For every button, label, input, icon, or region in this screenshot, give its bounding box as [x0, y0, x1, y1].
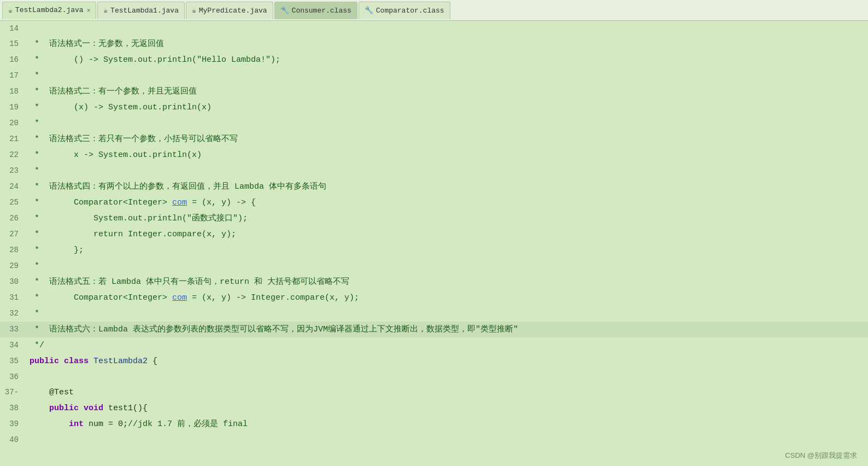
java-icon-3: ☕: [192, 6, 196, 15]
tab-consumer-class[interactable]: 🔧 Consumer.class: [274, 2, 357, 19]
tab-mypredicate[interactable]: ☕ MyPredicate.java: [186, 2, 273, 19]
line-num-40: 40: [0, 432, 27, 447]
line-num-36: 36: [0, 369, 27, 385]
line-content-32: *: [27, 306, 868, 322]
line-num-39: 39: [0, 416, 27, 432]
tab-label-3: MyPredicate.java: [199, 7, 267, 15]
line-num-32: 32: [0, 306, 27, 321]
table-row: 35 public class TestLambda2 {: [0, 353, 868, 369]
table-row: 31 * Comparator<Integer> com = (x, y) ->…: [0, 290, 868, 306]
table-row: 14: [0, 21, 868, 36]
table-row: 39 int num = 0;//jdk 1.7 前，必须是 final: [0, 416, 868, 432]
table-row: 38 public void test1(){: [0, 400, 868, 416]
line-content-23: *: [27, 164, 868, 179]
table-row: 29 *: [0, 258, 868, 274]
watermark: CSDN @别跟我提需求: [785, 451, 857, 461]
line-content-24: * 语法格式四：有两个以上的参数，有返回值，并且 Lambda 体中有多条语句: [27, 179, 868, 195]
java-icon-2: ☕: [103, 6, 108, 15]
line-content-25: * Comparator<Integer> com = (x, y) -> {: [27, 195, 868, 211]
table-row: 32 *: [0, 306, 868, 322]
table-row: 24 * 语法格式四：有两个以上的参数，有返回值，并且 Lambda 体中有多条…: [0, 179, 868, 195]
line-content-30: * 语法格式五：若 Lambda 体中只有一条语句，return 和 大括号都可…: [27, 275, 868, 290]
line-num-28: 28: [0, 242, 27, 258]
tab-label-5: Comparator.class: [376, 7, 444, 15]
line-content-27: * return Integer.compare(x, y);: [27, 227, 868, 242]
line-content-20: *: [27, 116, 868, 131]
line-content-17: *: [27, 68, 868, 84]
code-editor[interactable]: 14 15 * 语法格式一：无参数，无返回值 16 * () -> System…: [0, 21, 868, 466]
line-num-27: 27: [0, 226, 27, 242]
java-icon-1: ☕: [8, 6, 13, 15]
line-num-22: 22: [0, 147, 27, 162]
tab-close-1[interactable]: ✕: [87, 7, 91, 14]
table-row: 21 * 语法格式三：若只有一个参数，小括号可以省略不写: [0, 131, 868, 147]
line-content-37: @Test: [27, 385, 868, 400]
line-num-29: 29: [0, 258, 27, 273]
line-num-25: 25: [0, 195, 27, 210]
tab-label-2: TestLambda1.java: [110, 7, 179, 15]
table-row: 18 * 语法格式二：有一个参数，并且无返回值: [0, 84, 868, 100]
line-content-19: * (x) -> System.out.println(x): [27, 100, 868, 115]
line-num-19: 19: [0, 100, 27, 115]
line-num-20: 20: [0, 115, 27, 131]
table-row: 27 * return Integer.compare(x, y);: [0, 226, 868, 242]
table-row: 17 *: [0, 68, 868, 84]
line-content-35: public class TestLambda2 {: [27, 354, 868, 369]
line-num-17: 17: [0, 68, 27, 83]
table-row: 19 * (x) -> System.out.println(x): [0, 100, 868, 115]
line-num-30: 30: [0, 274, 27, 289]
line-num-23: 23: [0, 163, 27, 178]
line-num-14: 14: [0, 21, 27, 36]
line-content-18: * 语法格式二：有一个参数，并且无返回值: [27, 84, 868, 100]
line-num-38: 38: [0, 400, 27, 416]
table-row: 25 * Comparator<Integer> com = (x, y) ->…: [0, 195, 868, 211]
line-content-26: * System.out.println("函数式接口");: [27, 211, 868, 226]
tab-testlambda1[interactable]: ☕ TestLambda1.java: [97, 2, 185, 19]
line-content-29: *: [27, 259, 868, 274]
line-num-33: 33: [0, 322, 27, 337]
tab-label-4: Consumer.class: [292, 7, 351, 15]
tab-comparator-class[interactable]: 🔧 Comparator.class: [359, 2, 450, 19]
line-content-33: * 语法格式六：Lambda 表达式的参数列表的数据类型可以省略不写，因为JVM…: [27, 322, 868, 337]
class-icon-1: 🔧: [280, 6, 289, 15]
table-row: 37- @Test: [0, 385, 868, 400]
line-num-31: 31: [0, 290, 27, 305]
line-content-28: * };: [27, 243, 868, 258]
line-num-21: 21: [0, 131, 27, 147]
table-row: 26 * System.out.println("函数式接口");: [0, 211, 868, 226]
line-num-37: 37-: [0, 385, 27, 400]
line-content-15: * 语法格式一：无参数，无返回值: [27, 37, 868, 52]
line-content-39: int num = 0;//jdk 1.7 前，必须是 final: [27, 417, 868, 432]
line-num-16: 16: [0, 52, 27, 67]
table-row: 22 * x -> System.out.println(x): [0, 147, 868, 163]
class-icon-2: 🔧: [365, 6, 373, 15]
line-num-35: 35: [0, 353, 27, 369]
table-row: 36: [0, 369, 868, 385]
table-row: 34 */: [0, 337, 868, 353]
table-row: 28 * };: [0, 242, 868, 258]
table-row: 15 * 语法格式一：无参数，无返回值: [0, 36, 868, 52]
line-content-31: * Comparator<Integer> com = (x, y) -> In…: [27, 290, 868, 306]
line-num-34: 34: [0, 337, 27, 353]
tab-testlambda2[interactable]: ☕ TestLambda2.java ✕: [2, 2, 96, 19]
table-row: 30 * 语法格式五：若 Lambda 体中只有一条语句，return 和 大括…: [0, 274, 868, 290]
line-content-38: public void test1(){: [27, 401, 868, 416]
line-num-18: 18: [0, 84, 27, 99]
line-content-22: * x -> System.out.println(x): [27, 148, 868, 163]
tab-label-1: TestLambda2.java: [15, 6, 84, 14]
table-row: 23 *: [0, 163, 868, 179]
line-num-26: 26: [0, 211, 27, 226]
line-num-24: 24: [0, 179, 27, 194]
table-row: 40: [0, 432, 868, 447]
table-row: 33 * 语法格式六：Lambda 表达式的参数列表的数据类型可以省略不写，因为…: [0, 322, 868, 337]
line-content-34: */: [27, 338, 868, 353]
line-num-15: 15: [0, 36, 27, 51]
line-content-21: * 语法格式三：若只有一个参数，小括号可以省略不写: [27, 132, 868, 147]
table-row: 16 * () -> System.out.println("Hello Lam…: [0, 52, 868, 68]
table-row: 20 *: [0, 115, 868, 131]
line-content-16: * () -> System.out.println("Hello Lambda…: [27, 53, 868, 68]
tab-bar: ☕ TestLambda2.java ✕ ☕ TestLambda1.java …: [0, 0, 868, 21]
